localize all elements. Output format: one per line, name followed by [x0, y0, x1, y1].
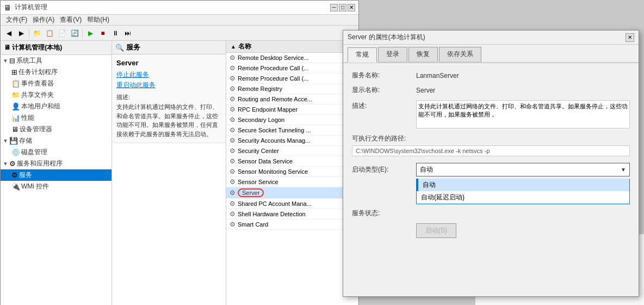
dialog-content: 服务名称: LanmanServer 显示名称: Server 描述: 支持此计… — [343, 63, 639, 246]
display-name-value: Server — [416, 87, 435, 94]
list-item[interactable]: ⚙ Secure Socket Tunneling ... — [226, 125, 358, 136]
storage-chevron-icon: ▼ — [3, 138, 8, 144]
toolbar-btn-run[interactable]: ▶ — [84, 27, 96, 39]
list-item[interactable]: ⚙ Remote Desktop Service... — [226, 53, 358, 63]
shared-folders-label: 共享文件夹 — [21, 90, 54, 100]
event-viewer-label: 事件查看器 — [21, 79, 54, 88]
list-item[interactable]: ⚙ Smart Card — [226, 219, 358, 230]
title-bar-title: 计算机管理 — [15, 3, 47, 12]
menu-help[interactable]: 帮助(H) — [85, 15, 112, 25]
dropdown-arrow-icon: ▼ — [621, 167, 626, 173]
toolbar-btn-up[interactable]: 📁 — [31, 27, 43, 39]
form-row-service-status: 服务状态: — [352, 209, 630, 218]
list-item[interactable]: ⚙ Remote Registry — [226, 84, 358, 94]
sidebar-item-disk-management[interactable]: 💿 磁盘管理 — [1, 147, 112, 158]
storage-label: 存储 — [19, 136, 32, 145]
menu-action[interactable]: 操作(A) — [30, 15, 57, 25]
startup-option-auto[interactable]: 自动 — [417, 179, 629, 191]
list-item[interactable]: ⚙ Shell Hardware Detection — [226, 209, 358, 219]
startup-option-auto-delayed[interactable]: 自动(延迟启动) — [417, 191, 629, 204]
sidebar-item-services-apps[interactable]: ▼ ⚙ 服务和应用程序 — [1, 158, 112, 169]
local-users-label: 本地用户和组 — [21, 102, 60, 111]
close-button[interactable]: ✕ — [348, 4, 355, 11]
toolbar-btn-stop[interactable]: ■ — [97, 27, 109, 39]
sidebar-item-services[interactable]: ⚙ 服务 — [1, 169, 112, 181]
local-users-icon: 👤 — [11, 102, 20, 111]
tab-recovery[interactable]: 恢复 — [408, 47, 438, 62]
toolbar-btn-step[interactable]: ⏭ — [122, 27, 134, 39]
dialog-window: Server 的属性(本地计算机) ✕ 常规 登录 恢复 依存关系 服务名称: — [343, 30, 639, 297]
list-item[interactable]: ⚙ Sensor Monitoring Service — [226, 167, 358, 177]
sidebar-item-performance[interactable]: 📊 性能 — [1, 112, 112, 124]
list-item-server-highlighted[interactable]: ⚙ Server — [226, 187, 358, 199]
sidebar-item-task-scheduler[interactable]: ⊞ 任务计划程序 — [1, 66, 112, 78]
title-bar-icon: 🖥 — [4, 3, 11, 12]
service-icon: ⚙ — [230, 221, 236, 228]
task-scheduler-icon: ⊞ — [11, 68, 17, 76]
wmi-icon: 🔌 — [11, 182, 20, 191]
sort-icon: ▲ — [231, 44, 236, 50]
tab-logon[interactable]: 登录 — [378, 47, 407, 62]
startup-type-dropdown[interactable]: 自动 ▼ — [416, 163, 630, 176]
sidebar-item-event-viewer[interactable]: 📋 事件查看器 — [1, 78, 112, 89]
list-item[interactable]: ⚙ Remote Procedure Call (... — [226, 74, 358, 84]
service-icon: ⚙ — [230, 147, 236, 155]
form-row-startup: 启动类型(E): 自动 ▼ — [352, 163, 630, 176]
device-manager-label: 设备管理器 — [20, 125, 52, 134]
toolbar-btn-back[interactable]: ◀ — [3, 27, 15, 39]
services-icon: ⚙ — [11, 171, 18, 179]
list-item[interactable]: ⚙ RPC Endpoint Mapper — [226, 105, 358, 115]
service-name: RPC Endpoint Mapper — [238, 106, 298, 113]
service-icon: ⚙ — [230, 116, 236, 124]
menu-file[interactable]: 文件(F) — [4, 15, 29, 25]
list-item[interactable]: ⚙ Security Center — [226, 146, 358, 156]
sidebar-item-system-tools[interactable]: ▼ ⊟ 系统工具 — [1, 55, 112, 66]
description-textarea[interactable]: 支持此计算机通过网络的文件、打印、和命名管道共享。如果服务停止，这些功能不可用，… — [416, 100, 630, 129]
main-window: 🖥 计算机管理 ─ □ ✕ 文件(F) 操作(A) 查看(V) 帮助(H) ◀ … — [0, 0, 644, 305]
list-item[interactable]: ⚙ Shared PC Account Mana... — [226, 199, 358, 209]
sidebar-item-shared-folders[interactable]: 📁 共享文件夹 — [1, 89, 112, 101]
toolbar-btn-forward[interactable]: ▶ — [15, 27, 27, 39]
service-name: Sensor Monitoring Service — [238, 168, 308, 175]
maximize-button[interactable]: □ — [339, 4, 346, 11]
sidebar-item-device-manager[interactable]: 🖥 设备管理器 — [1, 124, 112, 135]
list-item[interactable]: ⚙ Secondary Logon — [226, 115, 358, 125]
service-name: Shared PC Account Mana... — [238, 200, 312, 207]
service-name: Sensor Service — [238, 179, 278, 185]
list-item[interactable]: ⚙ Sensor Service — [226, 177, 358, 187]
restart-service-link[interactable]: 重启动此服务 — [116, 81, 221, 90]
toolbar-sep-1 — [29, 29, 29, 38]
list-item[interactable]: ⚙ Routing and Remote Acce... — [226, 94, 358, 105]
toolbar-btn-pause[interactable]: ⏸ — [109, 27, 121, 39]
list-item[interactable]: ⚙ Remote Procedure Call (... — [226, 63, 358, 74]
form-row-display-name: 显示名称: Server — [352, 86, 630, 95]
list-item[interactable]: ⚙ Sensor Data Service — [226, 156, 358, 167]
toolbar-btn-refresh[interactable]: 🔄 — [69, 27, 81, 39]
minimize-button[interactable]: ─ — [330, 4, 338, 11]
disk-management-label: 磁盘管理 — [21, 148, 47, 157]
toolbar-btn-properties[interactable]: 📄 — [56, 27, 68, 39]
wmi-label: WMi 控件 — [21, 182, 49, 191]
service-description-label: 描述: — [116, 93, 221, 101]
service-name: Remote Desktop Service... — [238, 54, 309, 61]
service-icon: ⚙ — [230, 106, 236, 113]
toolbar-btn-folder[interactable]: 📋 — [44, 27, 55, 39]
disk-management-icon: 💿 — [11, 148, 20, 156]
service-icon: ⚙ — [230, 54, 236, 62]
main-content: 🖥 计算机管理(本地) ▼ ⊟ 系统工具 ⊞ 任务计划程序 📋 事件查看器 — [1, 41, 358, 305]
tab-dependencies[interactable]: 依存关系 — [439, 47, 481, 62]
stop-service-link[interactable]: 停止此服务 — [116, 70, 221, 80]
toolbar: ◀ ▶ 📁 📋 📄 🔄 ▶ ■ ⏸ ⏭ — [1, 26, 358, 41]
list-item[interactable]: ⚙ Security Accounts Manag... — [226, 136, 358, 146]
menu-view[interactable]: 查看(V) — [58, 15, 84, 25]
startup-value: 自动 — [420, 165, 433, 174]
sidebar-item-storage[interactable]: ▼ 💾 存储 — [1, 135, 112, 147]
sidebar-item-wmi[interactable]: 🔌 WMi 控件 — [1, 181, 112, 192]
service-description-text: 支持此计算机通过网络的文件、打印、和命名管道共享。如果服务停止，这些功能不可用。… — [116, 102, 221, 138]
sidebar-item-local-users[interactable]: 👤 本地用户和组 — [1, 101, 112, 112]
dialog-close-button[interactable]: ✕ — [626, 33, 634, 42]
services-apps-chevron-icon: ▼ — [3, 161, 8, 167]
tab-general[interactable]: 常规 — [348, 47, 377, 63]
service-icon: ⚙ — [230, 64, 236, 72]
start-service-button[interactable]: 启动(S) — [416, 223, 456, 238]
